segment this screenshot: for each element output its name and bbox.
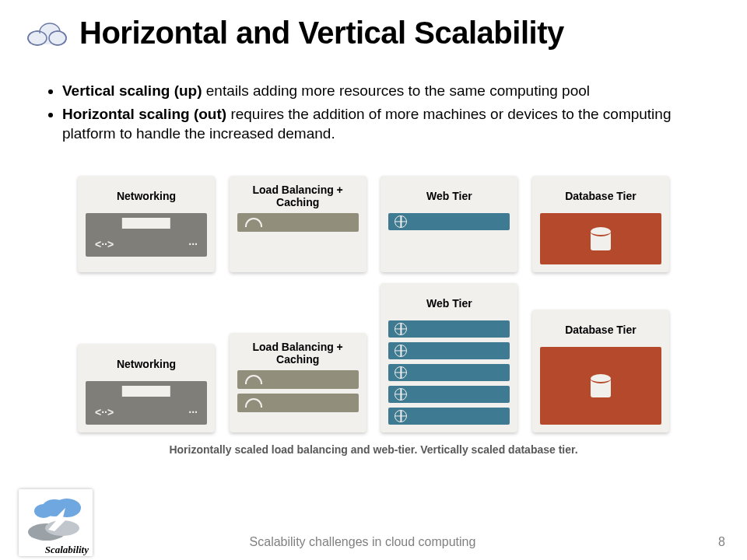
badge-label: Scalability	[45, 544, 89, 556]
web-instance-icon	[388, 320, 510, 338]
diagram-row-2: Networking <··> ··· Load Balancing + Cac…	[78, 283, 669, 432]
slide-title: Horizontal and Vertical Scalability	[79, 16, 564, 51]
card-loadbalancing-1: Load Balancing + Caching	[230, 176, 366, 272]
loadbalancer-icon	[237, 213, 359, 232]
card-loadbalancing-2: Load Balancing + Caching	[230, 333, 366, 432]
web-instance-icon	[388, 364, 510, 381]
bullet-vertical-text: entails adding more resources to the sam…	[202, 82, 591, 99]
bullet-vertical-bold: Vertical scaling (up)	[62, 82, 202, 99]
web-instance-icon	[388, 342, 510, 359]
svg-point-10	[34, 504, 53, 518]
card-webtier-2: Web Tier	[381, 283, 517, 432]
diagram: Networking <··> ··· Load Balancing + Cac…	[78, 176, 669, 456]
card-networking-1: Networking <··> ···	[78, 176, 215, 272]
label-loadbalancing-1: Load Balancing + Caching	[237, 184, 359, 208]
bullet-horizontal: Horizontal scaling (out) requires the ad…	[62, 104, 700, 144]
card-dbtier-2: Database Tier	[532, 310, 669, 432]
bullet-vertical: Vertical scaling (up) entails adding mor…	[62, 81, 700, 101]
card-networking-2: Networking <··> ···	[78, 344, 215, 432]
networking-icon: <··> ···	[86, 213, 207, 257]
label-networking-1: Networking	[117, 184, 176, 208]
label-webtier-1: Web Tier	[426, 184, 472, 208]
diagram-caption: Horizontally scaled load balancing and w…	[78, 443, 669, 456]
card-webtier-1: Web Tier	[381, 176, 517, 272]
label-dbtier-1: Database Tier	[565, 184, 637, 208]
loadbalancer-icon	[237, 394, 359, 412]
database-icon	[540, 213, 661, 264]
diagram-row-1: Networking <··> ··· Load Balancing + Cac…	[78, 176, 669, 272]
bullet-horizontal-bold: Horizontal scaling (out)	[62, 106, 226, 122]
label-webtier-2: Web Tier	[426, 291, 472, 316]
bullet-list: Vertical scaling (up) entails adding mor…	[0, 73, 747, 161]
web-instance-icon	[388, 408, 510, 425]
footer-text: Scalability challenges in cloud computin…	[0, 535, 725, 549]
web-instance-icon	[388, 386, 510, 403]
loadbalancer-icon	[237, 370, 359, 389]
slide-footer: Scalability challenges in cloud computin…	[0, 535, 725, 549]
label-networking-2: Networking	[117, 352, 176, 376]
card-dbtier-1: Database Tier	[532, 176, 669, 272]
label-dbtier-2: Database Tier	[565, 317, 637, 342]
page-number: 8	[718, 535, 725, 549]
cloud-icon	[23, 18, 70, 49]
label-loadbalancing-2: Load Balancing + Caching	[237, 341, 359, 366]
scalability-badge: Scalability	[19, 489, 93, 556]
database-icon	[540, 347, 661, 425]
networking-icon: <··> ···	[86, 381, 207, 425]
web-instance-icon	[388, 213, 510, 230]
svg-point-9	[53, 499, 81, 517]
